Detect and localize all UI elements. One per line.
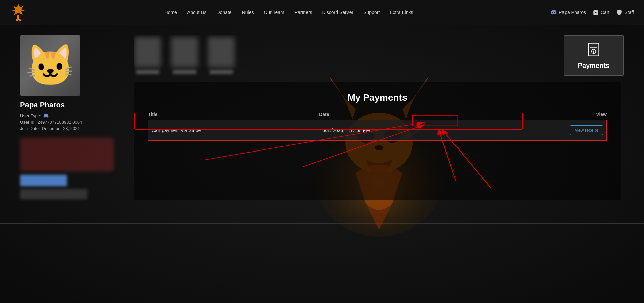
join-date-row: Join Date: December 23, 2021 [20, 126, 121, 131]
svg-rect-2 [16, 19, 18, 21]
col-date: Date [319, 112, 484, 120]
payment-date-cell: 5/31/2023, 7:17:58 PM [319, 120, 484, 140]
avatar-group-2 [171, 37, 198, 74]
user-id-row: User Id: 24977077183932 0064 [20, 120, 121, 125]
discord-type-icon [43, 113, 49, 118]
nav-about[interactable]: About Us [187, 9, 207, 15]
payment-view-cell: view receipt [484, 120, 607, 140]
payments-title: My Payments [148, 92, 607, 103]
payment-row: Cart payment via Stripe 5/31/2023, 7:17:… [148, 120, 607, 140]
main-area: $ Payments [134, 35, 624, 200]
svg-rect-1 [17, 15, 19, 20]
payments-table-header: Title Date View [148, 112, 607, 120]
cart-label: Cart [601, 10, 609, 15]
payments-button-label: Payments [578, 62, 610, 70]
blurred-label-1 [136, 70, 159, 74]
avatar-group-3 [208, 37, 235, 74]
user-id-value: 24977077183932 0064 [38, 120, 83, 125]
payments-table: Title Date View Cart payment via Stripe … [148, 112, 607, 141]
profile-username: Papa Pharos [20, 101, 121, 110]
col-title: Title [148, 112, 319, 120]
nav-extra[interactable]: Extra Links [390, 9, 413, 15]
sidebar: Papa Pharos User Type: User Id: 24977077… [20, 35, 121, 200]
svg-text:$: $ [593, 50, 595, 53]
user-type-row: User Type: [20, 113, 121, 118]
page-content: Papa Pharos User Type: User Id: 24977077… [0, 25, 644, 210]
nav-user-button[interactable]: Papa Pharos [551, 9, 586, 15]
nav-staff-button[interactable]: Staff [616, 9, 634, 15]
staff-icon [616, 9, 622, 15]
user-name-nav: Papa Pharos [559, 10, 586, 15]
payments-table-body: Cart payment via Stripe 5/31/2023, 7:17:… [148, 120, 607, 140]
payments-sidebar-button[interactable]: $ Payments [564, 35, 624, 76]
nav-partners[interactable]: Partners [294, 9, 312, 15]
payments-icon: $ [585, 42, 602, 58]
blurred-avatar-3 [208, 37, 235, 67]
svg-rect-3 [19, 19, 21, 21]
view-receipt-button[interactable]: view receipt [570, 125, 603, 135]
svg-marker-0 [12, 4, 25, 15]
blurred-label-2 [173, 70, 196, 74]
col-view: View [484, 112, 607, 120]
avatar-image [20, 35, 80, 96]
payments-content: My Payments Title Date View Cart payment… [134, 82, 621, 200]
user-id-label: User Id: [20, 120, 36, 125]
navbar-right: Papa Pharos Cart Staff [551, 9, 634, 15]
join-date-value: December 23, 2021 [42, 126, 80, 131]
blurred-avatar-2 [171, 37, 198, 67]
nav-discord[interactable]: Discord Server [322, 9, 354, 15]
payment-title-cell: Cart payment via Stripe [148, 120, 319, 140]
discord-icon [551, 9, 557, 15]
logo[interactable] [10, 3, 27, 22]
footer [0, 223, 644, 237]
nav-cart-button[interactable]: Cart [593, 9, 609, 15]
nav-rules[interactable]: Rules [242, 9, 254, 15]
blurred-section-1 [20, 138, 114, 171]
profile-header [134, 35, 557, 76]
avatar-group-1 [134, 37, 161, 74]
user-type-label: User Type: [20, 113, 41, 118]
navbar: Home About Us Donate Rules Our Team Part… [0, 0, 644, 25]
nav-links: Home About Us Donate Rules Our Team Part… [165, 9, 413, 15]
cart-icon [593, 9, 599, 15]
blurred-section-2 [20, 189, 87, 199]
nav-team[interactable]: Our Team [264, 9, 284, 15]
nav-support[interactable]: Support [363, 9, 380, 15]
join-date-label: Join Date: [20, 126, 40, 131]
staff-label: Staff [624, 10, 634, 15]
blurred-label-3 [210, 70, 233, 74]
nav-home[interactable]: Home [165, 9, 177, 15]
blurred-button-1 [20, 175, 67, 186]
user-avatar [20, 35, 80, 96]
blurred-avatar-1 [134, 37, 161, 67]
nav-donate[interactable]: Donate [217, 9, 232, 15]
